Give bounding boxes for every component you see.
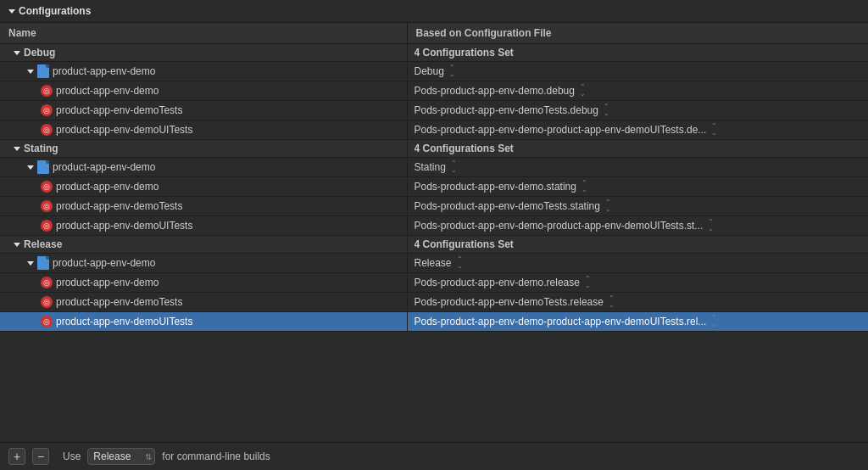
configurations-table: Name Based on Configuration File Debug4 … bbox=[0, 23, 868, 332]
table-cell-name: product-app-env-demoTests bbox=[0, 197, 407, 216]
table-row[interactable]: product-app-env-demoPods-product-app-env… bbox=[0, 81, 868, 101]
target-icon bbox=[41, 200, 53, 212]
table-row[interactable]: product-app-env-demoUITestsPods-product-… bbox=[0, 216, 868, 236]
table-row[interactable]: product-app-env-demoPods-product-app-env… bbox=[0, 177, 868, 197]
row-name-text: product-app-env-demoUITests bbox=[56, 316, 192, 327]
project-expand-icon[interactable] bbox=[27, 261, 34, 266]
row-name-text: product-app-env-demo bbox=[53, 257, 155, 269]
row-name-text: product-app-env-demoUITests bbox=[56, 220, 192, 232]
config-value-text: 4 Configurations Set bbox=[415, 238, 514, 250]
table-cell-config: Pods-product-app-env-demoTests.release bbox=[407, 293, 868, 312]
table-row[interactable]: product-app-env-demoRelease bbox=[0, 254, 868, 273]
row-name-text: Release bbox=[24, 238, 62, 250]
config-value-text: 4 Configurations Set bbox=[415, 143, 514, 154]
group-expand-icon[interactable] bbox=[14, 147, 20, 151]
table-cell-config: Stating bbox=[407, 158, 868, 177]
config-stepper[interactable] bbox=[609, 295, 615, 309]
remove-configuration-button[interactable]: − bbox=[32, 448, 49, 465]
col-header-config: Based on Configuration File bbox=[407, 23, 868, 44]
target-icon bbox=[41, 316, 53, 327]
table-row[interactable]: product-app-env-demoPods-product-app-env… bbox=[0, 273, 868, 293]
table-cell-config: Release bbox=[407, 254, 868, 273]
config-stepper[interactable] bbox=[604, 104, 609, 117]
config-stepper[interactable] bbox=[605, 199, 611, 213]
row-name-text: product-app-env-demo bbox=[53, 65, 155, 77]
col-header-name: Name bbox=[0, 23, 407, 44]
use-label: Use bbox=[63, 450, 81, 462]
config-stepper[interactable] bbox=[711, 315, 717, 328]
table-cell-name: product-app-env-demoUITests bbox=[0, 312, 407, 332]
table-cell-name: product-app-env-demo bbox=[0, 273, 407, 293]
config-value-text: Pods-product-app-env-demo-product-app-en… bbox=[415, 316, 707, 327]
project-expand-icon[interactable] bbox=[27, 165, 34, 170]
section-title: Configurations bbox=[19, 5, 91, 17]
config-stepper[interactable] bbox=[585, 276, 591, 289]
config-stepper[interactable] bbox=[457, 256, 463, 270]
table-cell-name: product-app-env-demoTests bbox=[0, 293, 407, 312]
config-stepper[interactable] bbox=[711, 123, 717, 137]
config-stepper[interactable] bbox=[451, 160, 457, 174]
config-stepper[interactable] bbox=[580, 84, 586, 98]
project-expand-icon[interactable] bbox=[27, 70, 34, 74]
table-row[interactable]: Stating4 Configurations Set bbox=[0, 140, 868, 158]
table-cell-name: product-app-env-demoTests bbox=[0, 101, 407, 120]
table-cell-name: product-app-env-demo bbox=[0, 177, 407, 197]
config-value-text: Stating bbox=[415, 161, 446, 173]
config-value-text: Pods-product-app-env-demoTests.release bbox=[415, 296, 604, 308]
config-value-text: 4 Configurations Set bbox=[415, 47, 514, 59]
table-cell-config: 4 Configurations Set bbox=[407, 140, 868, 158]
table-row[interactable]: product-app-env-demoTestsPods-product-ap… bbox=[0, 293, 868, 312]
config-stepper[interactable] bbox=[581, 180, 587, 193]
table-cell-config: Pods-product-app-env-demo-product-app-en… bbox=[407, 120, 868, 140]
target-icon bbox=[41, 85, 53, 97]
table-cell-config: Pods-product-app-env-demo.release bbox=[407, 273, 868, 293]
table-cell-name: Debug bbox=[0, 44, 407, 62]
config-value-text: Pods-product-app-env-demo-product-app-en… bbox=[415, 220, 704, 232]
collapse-triangle-icon[interactable] bbox=[8, 9, 15, 14]
group-expand-icon[interactable] bbox=[14, 51, 20, 55]
row-name-text: product-app-env-demo bbox=[56, 277, 159, 288]
table-cell-config: 4 Configurations Set bbox=[407, 236, 868, 254]
table-row[interactable]: product-app-env-demoStating bbox=[0, 158, 868, 177]
config-value-text: Debug bbox=[415, 65, 444, 77]
project-file-icon bbox=[37, 64, 49, 78]
config-value-text: Pods-product-app-env-demo.release bbox=[415, 277, 580, 288]
table-cell-name: product-app-env-demo bbox=[0, 81, 407, 101]
table-cell-name: product-app-env-demo bbox=[0, 62, 407, 81]
target-icon bbox=[41, 277, 53, 288]
row-name-text: product-app-env-demo bbox=[53, 161, 155, 173]
config-value-text: Pods-product-app-env-demo-product-app-en… bbox=[415, 124, 707, 136]
use-select-wrapper[interactable]: DebugStatingRelease bbox=[87, 448, 155, 465]
table-row[interactable]: product-app-env-demoTestsPods-product-ap… bbox=[0, 101, 868, 120]
config-value-text: Pods-product-app-env-demoTests.debug bbox=[415, 104, 598, 116]
group-expand-icon[interactable] bbox=[14, 243, 20, 247]
project-file-icon bbox=[37, 256, 49, 270]
config-stepper[interactable] bbox=[449, 64, 455, 78]
table-row[interactable]: Release4 Configurations Set bbox=[0, 236, 868, 254]
for-label: for command-line builds bbox=[162, 450, 270, 462]
config-stepper[interactable] bbox=[708, 219, 714, 232]
config-value-text: Pods-product-app-env-demo.stating bbox=[415, 181, 576, 193]
target-icon bbox=[41, 181, 53, 193]
table-cell-config: Pods-product-app-env-demo.debug bbox=[407, 81, 868, 101]
add-configuration-button[interactable]: + bbox=[8, 448, 25, 465]
row-name-text: product-app-env-demoUITests bbox=[56, 124, 192, 136]
table-row[interactable]: product-app-env-demoUITestsPods-product-… bbox=[0, 312, 868, 332]
config-value-text: Pods-product-app-env-demoTests.stating bbox=[415, 200, 600, 212]
table-cell-name: product-app-env-demo bbox=[0, 158, 407, 177]
table-row[interactable]: product-app-env-demoTestsPods-product-ap… bbox=[0, 197, 868, 216]
table-cell-name: product-app-env-demoUITests bbox=[0, 216, 407, 236]
table-row[interactable]: product-app-env-demoUITestsPods-product-… bbox=[0, 120, 868, 140]
row-name-text: Stating bbox=[24, 143, 58, 154]
table-cell-config: Pods-product-app-env-demo-product-app-en… bbox=[407, 216, 868, 236]
row-name-text: product-app-env-demo bbox=[56, 181, 159, 193]
table-cell-config: Pods-product-app-env-demo.stating bbox=[407, 177, 868, 197]
table-row[interactable]: Debug4 Configurations Set bbox=[0, 44, 868, 62]
configurations-table-container[interactable]: Name Based on Configuration File Debug4 … bbox=[0, 23, 868, 442]
table-cell-config: Pods-product-app-env-demoTests.stating bbox=[407, 197, 868, 216]
table-cell-config: 4 Configurations Set bbox=[407, 44, 868, 62]
table-row[interactable]: product-app-env-demoDebug bbox=[0, 62, 868, 81]
row-name-text: product-app-env-demoTests bbox=[56, 296, 182, 308]
use-select[interactable]: DebugStatingRelease bbox=[87, 448, 155, 465]
target-icon bbox=[41, 124, 53, 136]
